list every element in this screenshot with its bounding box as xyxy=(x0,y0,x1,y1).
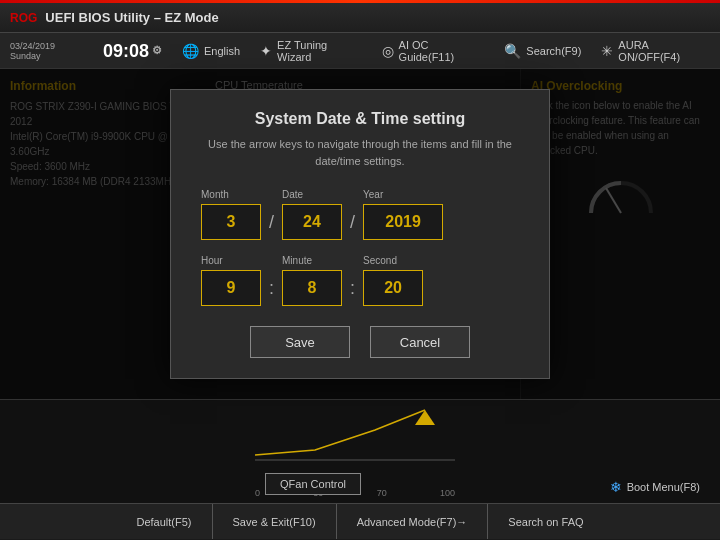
nav-bar: 03/24/2019 Sunday 09:08 ⚙ 🌐 English ✦ EZ… xyxy=(0,33,720,69)
language-nav[interactable]: 🌐 English xyxy=(182,43,240,59)
bios-title: UEFI BIOS Utility – EZ Mode xyxy=(45,10,218,25)
gear-icon[interactable]: ⚙ xyxy=(152,45,162,56)
minute-input[interactable] xyxy=(282,270,342,306)
month-field-group: Month xyxy=(201,189,261,240)
save-button[interactable]: Save xyxy=(250,326,350,358)
second-label: Second xyxy=(363,255,423,266)
minute-field-group: Minute xyxy=(282,255,342,306)
day-display: Sunday xyxy=(10,51,83,61)
datetime-modal: System Date & Time setting Use the arrow… xyxy=(170,89,550,379)
aura-icon: ✳ xyxy=(601,43,613,59)
time-sep-1: : xyxy=(269,278,274,299)
header-bar: ROG UEFI BIOS Utility – EZ Mode xyxy=(0,3,720,33)
search-icon: 🔍 xyxy=(504,43,521,59)
year-input[interactable] xyxy=(363,204,443,240)
hour-input[interactable] xyxy=(201,270,261,306)
ai-oc-nav[interactable]: ◎ AI OC Guide(F11) xyxy=(382,39,485,63)
qfan-control-button[interactable]: QFan Control xyxy=(265,473,361,495)
save-exit-button[interactable]: Save & Exit(F10) xyxy=(213,504,337,539)
month-input[interactable] xyxy=(201,204,261,240)
date-input[interactable] xyxy=(282,204,342,240)
modal-title: System Date & Time setting xyxy=(201,110,519,128)
date-sep-1: / xyxy=(269,212,274,233)
modal-overlay: System Date & Time setting Use the arrow… xyxy=(0,69,720,399)
hour-field-group: Hour xyxy=(201,255,261,306)
date-fields-row: Month / Date / Year xyxy=(201,189,519,240)
modal-buttons: Save Cancel xyxy=(201,326,519,358)
datetime-block: 03/24/2019 Sunday xyxy=(10,41,83,61)
ez-tuning-nav[interactable]: ✦ EZ Tuning Wizard xyxy=(260,39,362,63)
bottom-area: 0 30 70 100 QFan Control ❄ Boot Menu(F8) xyxy=(0,399,720,503)
time-fields-row: Hour : Minute : Second xyxy=(201,255,519,306)
advanced-mode-button[interactable]: Advanced Mode(F7)→ xyxy=(337,504,489,539)
date-sep-2: / xyxy=(350,212,355,233)
date-label: Date xyxy=(282,189,342,200)
time-display: 09:08 ⚙ xyxy=(103,42,162,60)
second-input[interactable] xyxy=(363,270,423,306)
time-sep-2: : xyxy=(350,278,355,299)
footer-bar: Default(F5) Save & Exit(F10) Advanced Mo… xyxy=(0,503,720,539)
modal-desc: Use the arrow keys to navigate through t… xyxy=(201,136,519,169)
date-display: 03/24/2019 xyxy=(10,41,83,51)
oc-icon: ◎ xyxy=(382,43,394,59)
date-field-group: Date xyxy=(282,189,342,240)
month-label: Month xyxy=(201,189,261,200)
hour-label: Hour xyxy=(201,255,261,266)
snowflake-icon: ❄ xyxy=(610,479,622,495)
second-field-group: Second xyxy=(363,255,423,306)
minute-label: Minute xyxy=(282,255,342,266)
boot-menu-button[interactable]: ❄ Boot Menu(F8) xyxy=(610,479,700,495)
chart-svg xyxy=(255,400,455,465)
year-label: Year xyxy=(363,189,443,200)
globe-icon: 🌐 xyxy=(182,43,199,59)
wand-icon: ✦ xyxy=(260,43,272,59)
boot-menu-label: Boot Menu(F8) xyxy=(627,481,700,493)
default-button[interactable]: Default(F5) xyxy=(116,504,212,539)
search-faq-button[interactable]: Search on FAQ xyxy=(488,504,603,539)
year-field-group: Year xyxy=(363,189,443,240)
cancel-button[interactable]: Cancel xyxy=(370,326,470,358)
rog-logo: ROG xyxy=(10,11,37,25)
search-nav[interactable]: 🔍 Search(F9) xyxy=(504,43,581,59)
aura-nav[interactable]: ✳ AURA ON/OFF(F4) xyxy=(601,39,710,63)
main-area: Information ROG STRIX Z390-I GAMING BIOS… xyxy=(0,69,720,399)
